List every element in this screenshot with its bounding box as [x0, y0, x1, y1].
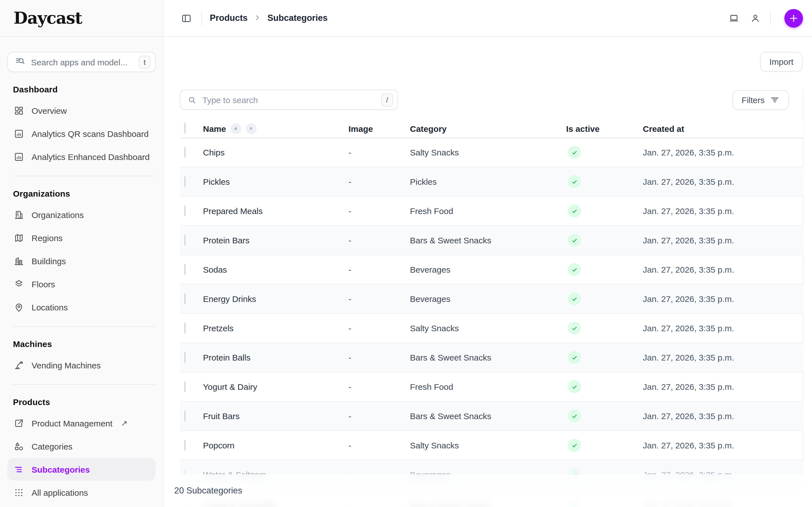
active-check-badge — [568, 351, 581, 364]
sidebar-item-overview[interactable]: Overview — [7, 99, 156, 122]
cell-category: Pickles — [410, 177, 566, 186]
row-checkbox[interactable] — [185, 323, 186, 333]
cell-name: Protein Bars — [203, 235, 349, 245]
sidebar-item-organizations[interactable]: Organizations — [7, 203, 156, 226]
sidebar-item-locations[interactable]: Locations — [7, 296, 156, 318]
table-row[interactable]: Yogurt & Dairy-Fresh FoodJan. 27, 2026, … — [180, 372, 804, 402]
column-header-category: Category — [410, 124, 566, 133]
cell-image: - — [349, 177, 410, 186]
table-search-shortcut: / — [381, 93, 393, 106]
sidebar-item-product-management[interactable]: Product Management↗ — [7, 412, 156, 434]
check-icon — [571, 237, 578, 244]
import-button[interactable]: Import — [760, 52, 802, 71]
table-row[interactable]: Popcorn-Salty SnacksJan. 27, 2026, 3:35 … — [180, 431, 804, 460]
cell-category: Fresh Food — [410, 206, 566, 216]
user-account-button[interactable] — [747, 10, 763, 26]
column-header-image: Image — [349, 124, 410, 133]
sidebar-item-label: All applications — [32, 488, 88, 497]
section-divider — [12, 176, 156, 176]
clear-sort-icon[interactable] — [246, 123, 257, 134]
filters-button[interactable]: Filters — [732, 90, 789, 110]
active-check-badge — [568, 439, 581, 452]
active-check-badge — [568, 292, 581, 305]
add-button[interactable] — [784, 9, 803, 27]
table-row[interactable]: Protein Bars-Bars & Sweet SnacksJan. 27,… — [180, 226, 804, 255]
table-row[interactable]: Pickles-PicklesJan. 27, 2026, 3:35 p.m. — [180, 167, 804, 196]
row-checkbox[interactable] — [185, 410, 186, 421]
row-checkbox[interactable] — [185, 352, 186, 362]
sidebar-item-label: Subcategories — [32, 464, 90, 474]
table-row[interactable]: Energy Drinks-BeveragesJan. 27, 2026, 3:… — [180, 284, 804, 314]
sort-descending-icon[interactable] — [231, 123, 241, 134]
dashboard-icon — [13, 105, 24, 116]
row-checkbox[interactable] — [185, 264, 186, 275]
sidebar-item-label: Analytics QR scans Dashboard — [32, 129, 149, 138]
sidebar-item-analytics-qr-scans-dashboard[interactable]: Analytics QR scans Dashboard — [7, 122, 156, 145]
table-row[interactable]: Chips-Salty SnacksJan. 27, 2026, 3:35 p.… — [180, 138, 804, 167]
check-icon — [571, 325, 578, 332]
select-all-checkbox[interactable] — [185, 123, 186, 133]
sidebar-item-analytics-enhanced-dashboard[interactable]: Analytics Enhanced Dashboard — [7, 145, 156, 168]
section-divider — [12, 384, 156, 385]
sidebar-item-label: Floors — [32, 279, 55, 289]
cell-image: - — [349, 206, 410, 216]
table-row[interactable]: Pretzels-Salty SnacksJan. 27, 2026, 3:35… — [180, 314, 804, 343]
sidebar-item-regions[interactable]: Regions — [7, 226, 156, 249]
cell-created-at: Jan. 27, 2026, 3:35 p.m. — [643, 206, 804, 216]
sidebar-search-input[interactable]: Search apps and model... t — [7, 52, 156, 72]
chevron-right-icon — [253, 12, 262, 24]
table-row[interactable]: Prepared Meals-Fresh FoodJan. 27, 2026, … — [180, 196, 804, 226]
row-checkbox[interactable] — [185, 205, 186, 216]
sidebar-item-categories[interactable]: Categories — [7, 435, 156, 457]
robot-arm-icon — [13, 359, 24, 371]
row-checkbox[interactable] — [185, 147, 186, 158]
row-checkbox[interactable] — [185, 440, 186, 450]
check-icon — [571, 442, 578, 449]
sidebar-item-buildings[interactable]: Buildings — [7, 249, 156, 272]
search-icon — [187, 95, 197, 105]
table-search-input[interactable]: Type to search / — [180, 90, 398, 110]
breadcrumb-products[interactable]: Products — [210, 13, 248, 23]
row-checkbox[interactable] — [185, 235, 186, 245]
nav-section-heading: Machines — [13, 339, 156, 349]
sidebar-item-vending-machines[interactable]: Vending Machines — [7, 354, 156, 376]
check-icon — [571, 354, 578, 361]
column-header-created-at: Created at — [643, 124, 804, 133]
table-row[interactable]: Protein Balls-Bars & Sweet SnacksJan. 27… — [180, 343, 804, 372]
cell-name: Protein Balls — [203, 353, 349, 362]
check-icon — [571, 178, 578, 185]
table-row[interactable]: Fruit Bars-Bars & Sweet SnacksJan. 27, 2… — [180, 402, 804, 431]
sidebar-item-subcategories[interactable]: Subcategories — [7, 458, 156, 481]
main-area: Products Subcategories Import — [163, 0, 812, 507]
cell-category: Fresh Food — [410, 382, 566, 392]
cell-created-at: Jan. 27, 2026, 3:35 p.m. — [643, 177, 804, 186]
cell-category: Salty Snacks — [410, 148, 566, 157]
sidebar-toggle-button[interactable] — [177, 10, 195, 26]
sidebar-item-all-applications[interactable]: All applications — [7, 481, 156, 504]
cell-image: - — [349, 294, 410, 304]
filters-label: Filters — [742, 95, 765, 105]
table-body: Chips-Salty SnacksJan. 27, 2026, 3:35 p.… — [180, 138, 804, 507]
cell-image: - — [349, 235, 410, 245]
cell-created-at: Jan. 27, 2026, 3:35 p.m. — [643, 148, 804, 157]
buildings-icon — [13, 255, 24, 267]
breadcrumb: Products Subcategories — [210, 12, 327, 24]
sidebar-item-label: Categories — [32, 441, 72, 451]
cell-image: - — [349, 148, 410, 157]
row-checkbox[interactable] — [185, 293, 186, 304]
cell-created-at: Jan. 27, 2026, 3:35 p.m. — [643, 353, 804, 362]
cell-name: Energy Drinks — [203, 294, 349, 304]
device-preview-button[interactable] — [725, 10, 742, 26]
cell-name: Sodas — [203, 265, 349, 274]
cell-category: Salty Snacks — [410, 323, 566, 333]
nav-section-heading: Products — [13, 397, 156, 407]
import-row: Import — [163, 37, 812, 71]
cell-created-at: Jan. 27, 2026, 3:35 p.m. — [643, 235, 804, 245]
check-icon — [571, 149, 578, 156]
sidebar-nav: DashboardOverviewAnalytics QR scans Dash… — [0, 72, 163, 507]
table-row[interactable]: Sodas-BeveragesJan. 27, 2026, 3:35 p.m. — [180, 255, 804, 284]
sidebar-item-floors[interactable]: Floors — [7, 273, 156, 295]
row-checkbox[interactable] — [185, 381, 186, 392]
sidebar-search-shortcut: t — [139, 55, 151, 68]
row-checkbox[interactable] — [185, 176, 186, 187]
